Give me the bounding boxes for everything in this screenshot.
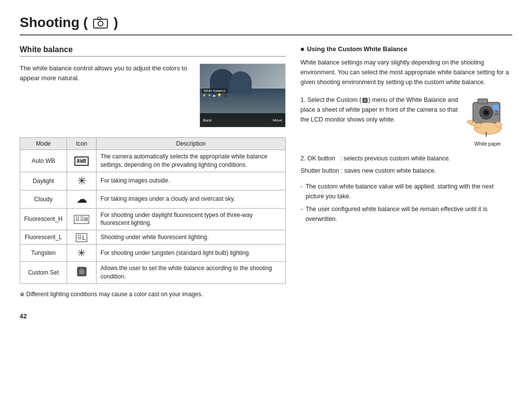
mode-cloudy: Cloudy xyxy=(20,190,67,208)
desc-daylight: For taking images outside. xyxy=(97,172,286,190)
intro-text: The white balance control allows you to … xyxy=(20,63,192,91)
mode-tungsten: Tungsten xyxy=(20,245,67,262)
svg-rect-2 xyxy=(98,17,101,20)
wb-table: Mode Icon Description Auto WB AWB The ca… xyxy=(20,137,286,284)
svg-rect-7 xyxy=(364,99,366,102)
svg-rect-16 xyxy=(494,114,499,115)
step-1-text: 1. Select the Custom () menu of the Whit… xyxy=(300,95,458,124)
svg-rect-0 xyxy=(94,19,107,28)
custom-icon-inline xyxy=(362,97,368,104)
table-row: Fluorescent_H ⠿⠿H For shooting under day… xyxy=(20,208,286,230)
table-row: Custom Set Allows the user to set the wh… xyxy=(20,262,286,284)
icon-custom-set xyxy=(67,262,97,284)
left-column: White balance The white balance control … xyxy=(20,45,286,298)
step-1: 1. Select the Custom () menu of the Whit… xyxy=(300,95,512,147)
page-title: Shooting ( ) xyxy=(20,15,512,35)
bullet-item-1: The custom white balance value will be a… xyxy=(300,182,512,201)
ok-button-desc: : selects previous custom white balance. xyxy=(340,155,451,162)
table-row: Cloudy ☁ For taking images under a cloud… xyxy=(20,190,286,208)
bullet-list: The custom white balance value will be a… xyxy=(300,182,512,224)
table-row: Fluorescent_L ⠿L Shooting under white fl… xyxy=(20,230,286,245)
icon-daylight: ✳ xyxy=(67,172,97,190)
icon-auto-wb: AWB xyxy=(67,150,97,172)
table-row: Tungsten ✳ For shooting under tungsten (… xyxy=(20,245,286,262)
desc-tungsten: For shooting under tungsten (standard li… xyxy=(97,245,286,262)
icon-fluorescent-h: ⠿⠿H xyxy=(67,208,97,230)
desc-custom-set: Allows the user to set the white balance… xyxy=(97,262,286,284)
hand-camera-svg xyxy=(463,95,512,139)
intro-block: The white balance control allows you to … xyxy=(20,63,286,127)
icon-fluorescent-l: ⠿L xyxy=(67,230,97,245)
custom-wb-heading: Using the Custom White Balance xyxy=(300,45,512,53)
desc-fluorescent-l: Shooting under white fluorescent lightin… xyxy=(97,230,286,245)
icon-tungsten: ✳ xyxy=(67,245,97,262)
ok-button-label: OK button xyxy=(307,155,335,162)
step-2: 2. OK button : selects previous custom w… xyxy=(300,154,512,177)
custom-wb-intro: White balance settings may vary slightly… xyxy=(300,58,512,87)
svg-rect-14 xyxy=(493,105,499,110)
step-2-content: 2. OK button : selects previous custom w… xyxy=(300,154,450,177)
table-row: Daylight ✳ For taking images outside. xyxy=(20,172,286,190)
page-number: 42 xyxy=(20,312,512,320)
col-mode: Mode xyxy=(20,138,67,150)
camera-icon xyxy=(93,16,108,29)
camera-screenshot: White Balance ⚡☀☁💡⬛ Back Move xyxy=(200,63,286,127)
svg-point-13 xyxy=(484,111,488,115)
mode-auto-wb: Auto WB xyxy=(20,150,67,172)
desc-auto-wb: The camera automatically selects the app… xyxy=(97,150,286,172)
desc-cloudy: For taking images under a cloudy and ove… xyxy=(97,190,286,208)
svg-point-1 xyxy=(98,21,103,26)
mode-fluorescent-l: Fluorescent_L xyxy=(20,230,67,245)
right-column: Using the Custom White Balance White bal… xyxy=(300,45,512,298)
title-paren: ) xyxy=(113,15,118,31)
bullet-item-2: The user configured white balance will b… xyxy=(300,204,512,224)
table-row: Auto WB AWB The camera automatically sel… xyxy=(20,150,286,172)
white-paper-label: White paper xyxy=(474,141,501,147)
col-icon: Icon xyxy=(67,138,97,150)
mode-daylight: Daylight xyxy=(20,172,67,190)
bullet-text-2: The user configured white balance will b… xyxy=(305,204,512,224)
footnote: ※ Different lighting conditions may caus… xyxy=(20,291,286,298)
svg-rect-8 xyxy=(364,98,366,100)
svg-rect-10 xyxy=(478,99,488,104)
step-1-content: 1. Select the Custom () menu of the Whit… xyxy=(300,95,458,147)
svg-point-21 xyxy=(495,122,502,127)
section-title: White balance xyxy=(20,45,286,57)
icon-cloudy: ☁ xyxy=(67,190,97,208)
mode-fluorescent-h: Fluorescent_H xyxy=(20,208,67,230)
svg-rect-5 xyxy=(80,268,83,271)
bullet-text-1: The custom white balance value will be a… xyxy=(305,182,512,201)
svg-point-15 xyxy=(496,111,498,113)
svg-rect-4 xyxy=(79,270,84,274)
col-desc: Description xyxy=(97,138,286,150)
svg-point-20 xyxy=(467,120,473,124)
desc-fluorescent-h: For shooting under daylight fluorescent … xyxy=(97,208,286,230)
mode-custom-set: Custom Set xyxy=(20,262,67,284)
step-1-image: White paper xyxy=(463,95,512,147)
shutter-button-text: Shutter button : saves new custom white … xyxy=(300,166,450,176)
title-text: Shooting ( xyxy=(20,15,88,31)
